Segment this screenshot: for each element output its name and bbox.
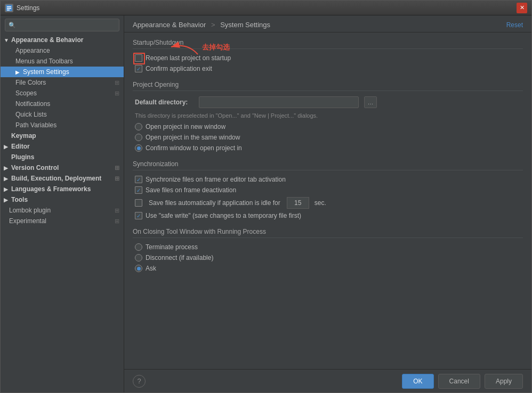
sidebar-item-label: Tools: [11, 196, 28, 203]
startup-shutdown-section: Startup/Shutdown 去掉勾选: [133, 39, 523, 72]
closing-tool-label: On Closing Tool Window with Running Proc…: [133, 228, 523, 238]
sidebar-item-file-colors[interactable]: File Colors ⊞: [1, 77, 124, 88]
sidebar-item-label: Quick Lists: [15, 111, 47, 118]
ask-row: Ask: [133, 265, 523, 272]
sidebar-item-notifications[interactable]: Notifications: [1, 99, 124, 109]
close-button[interactable]: ✕: [517, 3, 527, 13]
safe-write-row: Use "safe write" (save changes to a temp…: [133, 212, 523, 219]
sidebar-item-languages-frameworks[interactable]: ▶ Languages & Frameworks: [1, 184, 124, 194]
default-dir-input[interactable]: [199, 96, 359, 108]
save-idle-label: Save files automatically if application …: [149, 199, 280, 207]
sidebar-item-label: Version Control: [11, 164, 59, 171]
sidebar-item-label: Languages & Frameworks: [11, 185, 91, 193]
sidebar-item-path-variables[interactable]: Path Variables: [1, 120, 124, 130]
exp-badge: ⊞: [115, 218, 119, 225]
sidebar-item-quick-lists[interactable]: Quick Lists: [1, 109, 124, 120]
sidebar-item-experimental[interactable]: Experimental ⊞: [1, 216, 124, 226]
confirm-window-radio[interactable]: [135, 144, 142, 152]
ok-button[interactable]: OK: [402, 374, 433, 389]
dir-hint: This directory is preselected in "Open..…: [133, 112, 523, 119]
expand-arrow: ▶: [4, 144, 9, 150]
sidebar-item-label: System Settings: [23, 68, 69, 76]
breadcrumb-separator: >: [211, 21, 215, 29]
save-idle-row: Save files automatically if application …: [133, 197, 523, 209]
reset-button[interactable]: Reset: [506, 21, 523, 29]
save-idle-checkbox[interactable]: [135, 199, 142, 207]
same-window-radio[interactable]: [135, 134, 142, 141]
content-body: Startup/Shutdown 去掉勾选: [124, 32, 531, 369]
sidebar-item-plugins[interactable]: Plugins: [1, 152, 124, 162]
apply-button[interactable]: Apply: [485, 374, 523, 389]
sidebar-item-lombok-plugin[interactable]: Lombok plugin ⊞: [1, 205, 124, 216]
sidebar-item-appearance[interactable]: Appearance: [1, 45, 124, 56]
sidebar-item-build-execution[interactable]: ▶ Build, Execution, Deployment ⊞: [1, 173, 124, 184]
footer-buttons: OK Cancel Apply: [402, 374, 523, 389]
idle-value-input[interactable]: [287, 197, 309, 209]
sidebar-item-editor[interactable]: ▶ Editor: [1, 141, 124, 152]
sidebar-item-label: Appearance & Behavior: [11, 36, 83, 44]
sidebar-item-version-control[interactable]: ▶ Version Control ⊞: [1, 162, 124, 173]
new-window-radio[interactable]: [135, 123, 142, 130]
save-deactivation-row: Save files on frame deactivation: [133, 186, 523, 194]
main-content: 🔍 ▼ Appearance & Behavior Appearance Men…: [1, 15, 531, 392]
safe-write-label: Use "safe write" (save changes to a temp…: [146, 212, 301, 219]
safe-write-checkbox[interactable]: [135, 212, 142, 219]
file-colors-badge: ⊞: [115, 79, 119, 86]
sidebar-item-scopes[interactable]: Scopes ⊞: [1, 88, 124, 99]
save-deactivation-checkbox[interactable]: [135, 186, 142, 194]
content-header: Appearance & Behavior > System Settings …: [124, 15, 531, 32]
expand-arrow: ▶: [4, 197, 9, 203]
sidebar-item-label: File Colors: [15, 79, 46, 86]
item-arrow: ▶: [15, 69, 21, 75]
confirm-exit-row: Confirm application exit: [133, 65, 523, 72]
confirm-exit-checkbox[interactable]: [135, 65, 142, 72]
expand-arrow: ▶: [4, 165, 9, 171]
breadcrumb-part2: System Settings: [220, 21, 270, 29]
disconnect-radio[interactable]: [135, 254, 142, 261]
ask-label: Ask: [146, 265, 156, 272]
sidebar-item-system-settings[interactable]: ▶ System Settings: [1, 67, 124, 77]
sidebar-item-label: Editor: [11, 143, 30, 150]
lombok-badge: ⊞: [115, 207, 119, 214]
synchronization-section: Synchronization Synchronize files on fra…: [133, 160, 523, 219]
search-box[interactable]: 🔍: [5, 19, 119, 31]
titlebar: Settings ✕: [1, 1, 531, 15]
sidebar-item-menus-toolbars[interactable]: Menus and Toolbars: [1, 56, 124, 67]
settings-window: Settings ✕ 🔍 ▼ Appearance & Behavior App…: [0, 0, 532, 393]
reopen-last-checkbox[interactable]: [135, 54, 142, 62]
sidebar-item-label: Build, Execution, Deployment: [11, 175, 101, 182]
expand-arrow: ▶: [4, 186, 9, 192]
search-input[interactable]: [18, 21, 116, 29]
closing-tool-section: On Closing Tool Window with Running Proc…: [133, 228, 523, 272]
cancel-button[interactable]: Cancel: [438, 374, 480, 389]
sidebar-item-tools[interactable]: ▶ Tools: [1, 194, 124, 205]
sync-files-checkbox[interactable]: [135, 176, 142, 183]
disconnect-label: Disconnect (if available): [146, 254, 213, 261]
terminate-radio[interactable]: [135, 243, 142, 251]
expand-arrow: ▶: [4, 176, 9, 182]
sidebar-item-keymap[interactable]: Keymap: [1, 130, 124, 141]
sidebar-item-appearance-behavior[interactable]: ▼ Appearance & Behavior: [1, 35, 124, 45]
confirm-window-row: Confirm window to open project in: [133, 144, 523, 152]
search-icon: 🔍: [9, 22, 16, 29]
default-dir-label: Default directory:: [135, 99, 194, 106]
content-panel: Appearance & Behavior > System Settings …: [124, 15, 531, 392]
save-deactivation-label: Save files on frame deactivation: [146, 186, 236, 194]
same-window-row: Open project in the same window: [133, 134, 523, 141]
sidebar: 🔍 ▼ Appearance & Behavior Appearance Men…: [1, 15, 124, 392]
new-window-label: Open project in new window: [146, 123, 225, 130]
sidebar-item-label: Menus and Toolbars: [15, 58, 73, 65]
disconnect-row: Disconnect (if available): [133, 254, 523, 261]
sidebar-item-label: Notifications: [15, 100, 50, 108]
help-button[interactable]: ?: [133, 375, 146, 388]
breadcrumb: Appearance & Behavior > System Settings: [133, 21, 270, 29]
ask-radio[interactable]: [135, 265, 142, 272]
expand-arrow: ▼: [4, 37, 9, 43]
terminate-row: Terminate process: [133, 243, 523, 251]
sidebar-item-label: Plugins: [11, 153, 34, 161]
browse-dir-button[interactable]: …: [364, 96, 377, 108]
sync-files-label: Synchronize files on frame or editor tab…: [146, 176, 286, 183]
window-title: Settings: [17, 4, 517, 12]
same-window-label: Open project in the same window: [146, 134, 240, 141]
idle-unit: sec.: [315, 199, 326, 207]
